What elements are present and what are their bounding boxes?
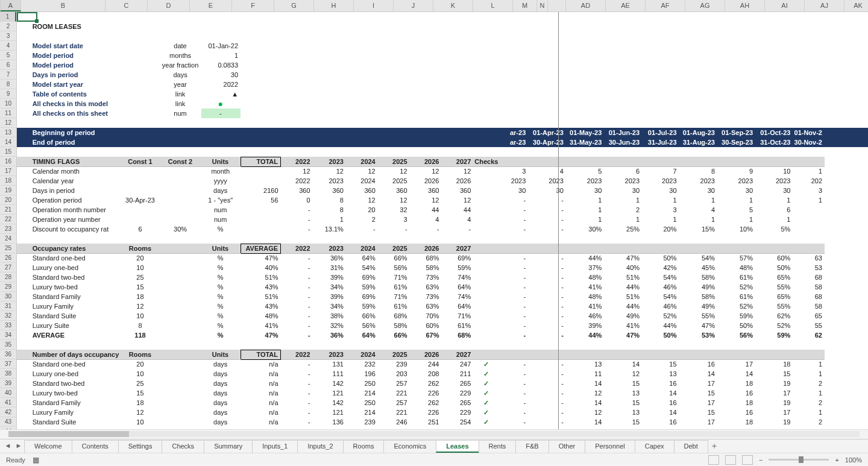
row-header-36[interactable]: 36 bbox=[0, 350, 16, 359]
sheet-tab-settings[interactable]: Settings bbox=[118, 440, 163, 453]
sheet-tab-economics[interactable]: Economics bbox=[383, 440, 436, 453]
column-header-J[interactable]: J bbox=[394, 0, 433, 11]
row-header-34[interactable]: 34 bbox=[0, 330, 16, 340]
sheet-tab-welcome[interactable]: Welcome bbox=[24, 440, 72, 453]
column-header-AI[interactable]: AI bbox=[765, 0, 805, 11]
column-header-AD[interactable]: AD bbox=[566, 0, 606, 11]
row-header-31[interactable]: 31 bbox=[0, 301, 16, 311]
row-header-13[interactable]: 13 bbox=[0, 128, 16, 137]
row-header-11[interactable]: 11 bbox=[0, 109, 16, 118]
row-header-30[interactable]: 30 bbox=[0, 292, 16, 301]
row-header-43[interactable]: 43 bbox=[0, 417, 16, 427]
row-header-1[interactable]: 1 bbox=[0, 12, 16, 22]
sheet-tab-leases[interactable]: Leases bbox=[436, 440, 479, 453]
row-header-7[interactable]: 7 bbox=[0, 70, 16, 80]
row-header-42[interactable]: 42 bbox=[0, 408, 16, 417]
row-number-gutter[interactable]: 1234567891011121314151617181920212223242… bbox=[0, 12, 17, 429]
view-page-break-button[interactable] bbox=[742, 455, 753, 465]
column-header-A[interactable]: A bbox=[1, 0, 21, 11]
sheet-tab-inputs_2[interactable]: Inputs_2 bbox=[297, 440, 343, 453]
row-header-33[interactable]: 33 bbox=[0, 321, 16, 330]
column-header-M[interactable]: M bbox=[513, 0, 537, 11]
view-normal-button[interactable] bbox=[708, 455, 719, 465]
row-header-28[interactable]: 28 bbox=[0, 272, 16, 282]
sheet-tab-summary[interactable]: Summary bbox=[204, 440, 253, 453]
macro-record-icon[interactable]: ▦ bbox=[33, 456, 39, 464]
row-header-4[interactable]: 4 bbox=[0, 41, 16, 51]
row-header-41[interactable]: 41 bbox=[0, 398, 16, 408]
column-header-row[interactable]: ABCDEFGHIJKLMNADAEAFAGAHAIAJAK bbox=[0, 0, 868, 12]
zoom-out-button[interactable]: − bbox=[759, 456, 763, 464]
tab-nav-next[interactable]: ► bbox=[13, 441, 24, 452]
row-header-32[interactable]: 32 bbox=[0, 311, 16, 321]
sheet-tab-rooms[interactable]: Rooms bbox=[343, 440, 385, 453]
sheet-tab-personnel[interactable]: Personnel bbox=[585, 440, 635, 453]
column-header-B[interactable]: B bbox=[21, 0, 105, 11]
column-header-L[interactable]: L bbox=[473, 0, 513, 11]
row-header-38[interactable]: 38 bbox=[0, 369, 16, 379]
row-header-6[interactable]: 6 bbox=[0, 60, 16, 70]
sheet-tab-contents[interactable]: Contents bbox=[72, 440, 119, 453]
row-header-9[interactable]: 9 bbox=[0, 89, 16, 99]
sheet-tab-capex[interactable]: Capex bbox=[635, 440, 675, 453]
row-header-10[interactable]: 10 bbox=[0, 99, 16, 109]
column-header-AE[interactable]: AE bbox=[606, 0, 646, 11]
sheet-tab-inputs_1[interactable]: Inputs_1 bbox=[252, 440, 298, 453]
cell-area[interactable]: ROOM LEASESModel start datedate01-Jan-22… bbox=[17, 12, 868, 429]
row-header-16[interactable]: 16 bbox=[0, 157, 16, 166]
row-header-12[interactable]: 12 bbox=[0, 118, 16, 128]
column-header-AJ[interactable]: AJ bbox=[805, 0, 844, 11]
row-header-3[interactable]: 3 bbox=[0, 31, 16, 41]
sheet-tab-f&b[interactable]: F&B bbox=[515, 440, 549, 453]
column-header-I[interactable]: I bbox=[354, 0, 394, 11]
column-header-K[interactable]: K bbox=[433, 0, 473, 11]
row-header-8[interactable]: 8 bbox=[0, 80, 16, 89]
column-header-AF[interactable]: AF bbox=[646, 0, 685, 11]
row-header-27[interactable]: 27 bbox=[0, 263, 16, 272]
column-header-AH[interactable]: AH bbox=[725, 0, 765, 11]
row-header-17[interactable]: 17 bbox=[0, 166, 16, 176]
row-header-39[interactable]: 39 bbox=[0, 379, 16, 388]
view-page-layout-button[interactable] bbox=[725, 455, 736, 465]
row-header-19[interactable]: 19 bbox=[0, 186, 16, 195]
horizontal-scrollbar[interactable] bbox=[0, 429, 868, 439]
zoom-level[interactable]: 100% bbox=[845, 456, 862, 464]
row-header-23[interactable]: 23 bbox=[0, 224, 16, 234]
row-header-40[interactable]: 40 bbox=[0, 388, 16, 398]
column-header-G[interactable]: G bbox=[274, 0, 314, 11]
row-header-22[interactable]: 22 bbox=[0, 215, 16, 224]
sheet-tab-checks[interactable]: Checks bbox=[162, 440, 204, 453]
row-header-25[interactable]: 25 bbox=[0, 244, 16, 253]
sheet-tab-other[interactable]: Other bbox=[549, 440, 586, 453]
row-header-26[interactable]: 26 bbox=[0, 253, 16, 263]
row-header-21[interactable]: 21 bbox=[0, 205, 16, 215]
column-header-F[interactable]: F bbox=[232, 0, 274, 11]
row-header-24[interactable]: 24 bbox=[0, 234, 16, 244]
period-head-top: 01-Jun-23 bbox=[604, 128, 642, 137]
column-header-E[interactable]: E bbox=[190, 0, 232, 11]
row-header-5[interactable]: 5 bbox=[0, 51, 16, 60]
sheet-tab-rents[interactable]: Rents bbox=[479, 440, 517, 453]
row-header-37[interactable]: 37 bbox=[0, 359, 16, 369]
row-header-29[interactable]: 29 bbox=[0, 282, 16, 292]
row-header-14[interactable]: 14 bbox=[0, 137, 16, 147]
zoom-in-button[interactable]: + bbox=[835, 456, 838, 464]
row-header-18[interactable]: 18 bbox=[0, 176, 16, 186]
row-header-35[interactable]: 35 bbox=[0, 340, 16, 350]
fill-handle[interactable] bbox=[35, 19, 39, 23]
column-header-N[interactable]: N bbox=[537, 0, 548, 11]
column-header-C[interactable]: C bbox=[105, 0, 148, 11]
column-header-H[interactable]: H bbox=[314, 0, 354, 11]
zoom-slider[interactable] bbox=[769, 459, 829, 461]
row-header-15[interactable]: 15 bbox=[0, 147, 16, 157]
column-header-[interactable] bbox=[548, 0, 566, 11]
param-col-c: num bbox=[160, 109, 202, 118]
column-header-D[interactable]: D bbox=[148, 0, 190, 11]
add-sheet-button[interactable]: ＋ bbox=[708, 441, 721, 452]
tab-nav-prev[interactable]: ◄ bbox=[2, 441, 13, 452]
sheet-tab-debt[interactable]: Debt bbox=[674, 440, 708, 453]
column-header-AG[interactable]: AG bbox=[685, 0, 725, 11]
row-header-2[interactable]: 2 bbox=[0, 22, 16, 31]
column-header-AK[interactable]: AK bbox=[844, 0, 868, 11]
row-header-20[interactable]: 20 bbox=[0, 195, 16, 205]
